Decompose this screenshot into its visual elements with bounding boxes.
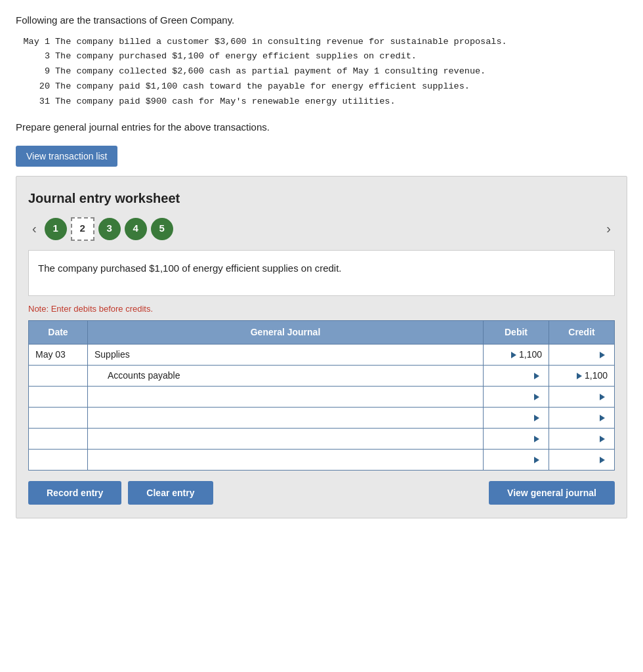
journal-cell[interactable]: [88, 429, 484, 450]
debit-cell[interactable]: [484, 408, 549, 429]
trans-content: The company paid $1,100 cash toward the …: [55, 79, 627, 94]
tab-4[interactable]: 4: [125, 218, 147, 240]
credit-cell[interactable]: [549, 408, 615, 429]
list-item: 20 The company paid $1,100 cash toward t…: [16, 79, 627, 94]
worksheet-title: Journal entry worksheet: [28, 188, 615, 208]
view-general-journal-button[interactable]: View general journal: [489, 481, 615, 505]
trans-content: The company billed a customer $3,600 in …: [55, 35, 627, 50]
credit-value: 1,100: [585, 369, 608, 383]
tab-5[interactable]: 5: [151, 218, 173, 240]
debit-cell[interactable]: [484, 429, 549, 450]
credit-cell[interactable]: [549, 387, 615, 408]
transaction-description: The company purchased $1,100 of energy e…: [28, 250, 615, 296]
record-entry-button[interactable]: Record entry: [28, 481, 121, 505]
credit-arrow-icon: [600, 352, 605, 358]
tab-navigation: ‹ 1 2 3 4 5 ›: [28, 217, 615, 241]
debit-cell[interactable]: 1,100: [484, 345, 549, 366]
table-row: [29, 429, 615, 450]
header-date: Date: [29, 321, 88, 345]
next-tab-button[interactable]: ›: [602, 220, 615, 238]
bottom-buttons: Record entry Clear entry View general jo…: [28, 481, 615, 505]
debit-cell[interactable]: [484, 366, 549, 387]
debit-arrow-icon: [534, 373, 539, 379]
debit-arrow-icon: [534, 394, 539, 400]
credit-arrow-icon: [600, 415, 605, 421]
trans-content: The company paid $900 cash for May's ren…: [55, 94, 627, 110]
journal-cell[interactable]: [88, 387, 484, 408]
trans-label: 31: [16, 94, 55, 110]
debit-cell[interactable]: [484, 387, 549, 408]
table-row: May 03 Supplies 1,100: [29, 345, 615, 366]
list-item: 3 The company purchased $1,100 of energy…: [16, 49, 627, 64]
list-item: 9 The company collected $2,600 cash as p…: [16, 64, 627, 79]
journal-cell[interactable]: Supplies: [88, 345, 484, 366]
table-row: [29, 408, 615, 429]
debit-arrow-icon: [534, 415, 539, 421]
credit-arrow-icon: [577, 373, 582, 379]
credit-cell[interactable]: [549, 429, 615, 450]
debit-arrow-icon: [534, 457, 539, 463]
debit-value: 1,100: [519, 348, 542, 362]
note-text: Note: Enter debits before credits.: [28, 303, 615, 316]
header-debit: Debit: [484, 321, 549, 345]
credit-cell[interactable]: [549, 345, 615, 366]
journal-cell[interactable]: Accounts payable: [88, 366, 484, 387]
credit-arrow-icon: [600, 457, 605, 463]
trans-content: The company collected $2,600 cash as par…: [55, 64, 627, 79]
credit-arrow-icon: [600, 436, 605, 442]
table-row: [29, 387, 615, 408]
table-row: [29, 450, 615, 471]
date-cell[interactable]: [29, 408, 88, 429]
prev-tab-button[interactable]: ‹: [28, 220, 41, 238]
table-row: Accounts payable 1,100: [29, 366, 615, 387]
list-item: May 1 The company billed a customer $3,6…: [16, 35, 627, 50]
credit-cell[interactable]: 1,100: [549, 366, 615, 387]
journal-cell[interactable]: [88, 408, 484, 429]
header-credit: Credit: [549, 321, 615, 345]
worksheet-container: Journal entry worksheet ‹ 1 2 3 4 5 › Th…: [16, 176, 627, 519]
journal-table: Date General Journal Debit Credit May 03…: [28, 320, 615, 471]
date-cell[interactable]: [29, 387, 88, 408]
credit-cell[interactable]: [549, 450, 615, 471]
clear-entry-button[interactable]: Clear entry: [128, 481, 213, 505]
header-journal: General Journal: [88, 321, 484, 345]
date-cell[interactable]: [29, 450, 88, 471]
trans-label: 3: [16, 49, 55, 64]
tab-2-active[interactable]: 2: [71, 217, 94, 241]
date-cell[interactable]: May 03: [29, 345, 88, 366]
debit-cell[interactable]: [484, 450, 549, 471]
tab-1[interactable]: 1: [45, 218, 67, 240]
date-cell[interactable]: [29, 429, 88, 450]
credit-arrow-icon: [600, 394, 605, 400]
list-item: 31 The company paid $900 cash for May's …: [16, 94, 627, 110]
trans-label: 20: [16, 79, 55, 94]
intro-heading: Following are the transactions of Green …: [16, 13, 627, 28]
transactions-list: May 1 The company billed a customer $3,6…: [16, 35, 627, 110]
debit-arrow-icon: [511, 352, 516, 358]
trans-label: May 1: [16, 35, 55, 50]
tab-3[interactable]: 3: [98, 218, 121, 240]
prepare-text: Prepare general journal entries for the …: [16, 120, 627, 135]
debit-arrow-icon: [534, 436, 539, 442]
trans-label: 9: [16, 64, 55, 79]
view-transaction-list-button[interactable]: View transaction list: [16, 146, 117, 167]
date-cell[interactable]: [29, 366, 88, 387]
journal-cell[interactable]: [88, 450, 484, 471]
trans-content: The company purchased $1,100 of energy e…: [55, 49, 627, 64]
